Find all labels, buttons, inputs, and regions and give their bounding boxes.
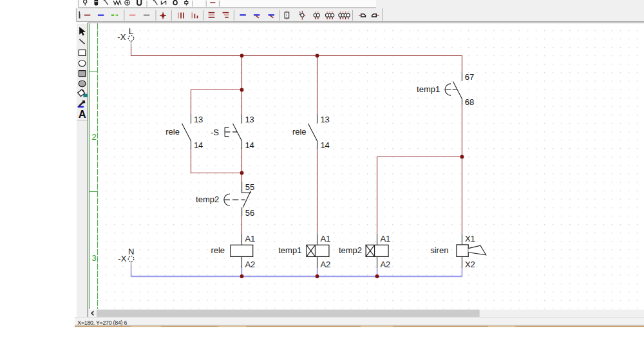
svg-text:-X: -X: [117, 32, 126, 42]
svg-text:2: 2: [92, 132, 97, 142]
svg-text:rele: rele: [292, 127, 307, 137]
svg-text:A: A: [79, 108, 86, 120]
svg-text:X=180, Y=270 (84) 6: X=180, Y=270 (84) 6: [77, 319, 127, 326]
svg-text:A2: A2: [245, 260, 255, 269]
svg-text:3: 3: [92, 253, 97, 263]
svg-text:A2: A2: [320, 260, 330, 269]
svg-text:rele: rele: [166, 127, 180, 137]
svg-text:14: 14: [194, 140, 203, 150]
svg-text:siren: siren: [430, 245, 448, 255]
svg-text:L: L: [129, 26, 133, 36]
svg-text:-S: -S: [211, 128, 219, 137]
svg-text:X1: X1: [465, 234, 475, 243]
svg-text:temp1: temp1: [417, 84, 440, 94]
svg-text:56: 56: [245, 208, 254, 218]
svg-text:temp2: temp2: [339, 245, 362, 255]
svg-text:13: 13: [245, 115, 254, 124]
svg-text:-X: -X: [118, 254, 126, 263]
svg-text:14: 14: [245, 140, 254, 150]
svg-text:55: 55: [245, 182, 254, 192]
svg-text:N: N: [128, 247, 134, 256]
svg-text:68: 68: [465, 97, 474, 107]
svg-text:13: 13: [320, 115, 329, 124]
svg-text:temp2: temp2: [196, 195, 219, 204]
svg-text:67: 67: [465, 72, 474, 82]
svg-text:A1: A1: [245, 234, 255, 243]
svg-text:A2: A2: [380, 260, 390, 269]
svg-text:temp1: temp1: [278, 245, 301, 255]
svg-text:13: 13: [194, 115, 203, 124]
svg-text:14: 14: [320, 140, 329, 150]
svg-text:A1: A1: [380, 234, 390, 243]
svg-text:rele: rele: [211, 245, 225, 255]
svg-text:X2: X2: [465, 260, 475, 269]
svg-text:A1: A1: [320, 234, 330, 243]
